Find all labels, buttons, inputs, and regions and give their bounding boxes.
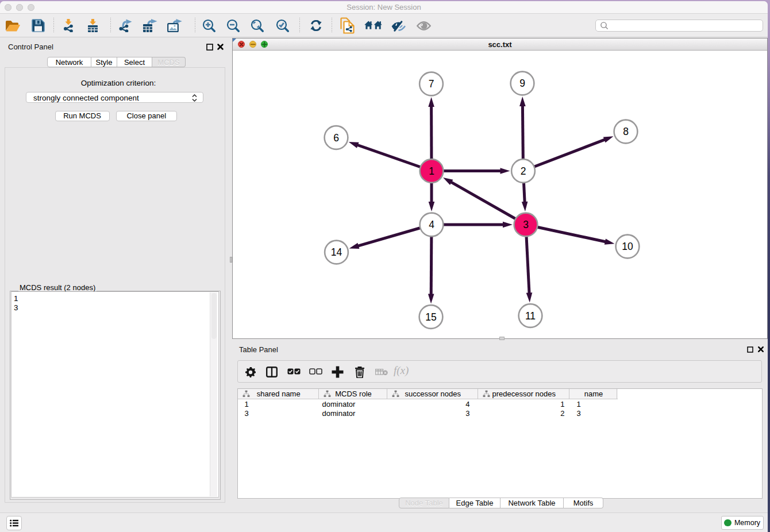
svg-text:14: 14 xyxy=(331,246,342,258)
svg-text:11: 11 xyxy=(525,310,536,321)
svg-text:4: 4 xyxy=(429,219,434,230)
svg-text:10: 10 xyxy=(622,241,633,252)
svg-text:3: 3 xyxy=(523,219,529,230)
svg-text:6: 6 xyxy=(333,132,339,143)
svg-text:15: 15 xyxy=(425,311,436,322)
svg-text:8: 8 xyxy=(623,126,629,137)
svg-text:1: 1 xyxy=(429,165,434,176)
svg-text:2: 2 xyxy=(521,165,526,176)
svg-text:9: 9 xyxy=(519,78,525,89)
svg-text:7: 7 xyxy=(429,78,434,90)
